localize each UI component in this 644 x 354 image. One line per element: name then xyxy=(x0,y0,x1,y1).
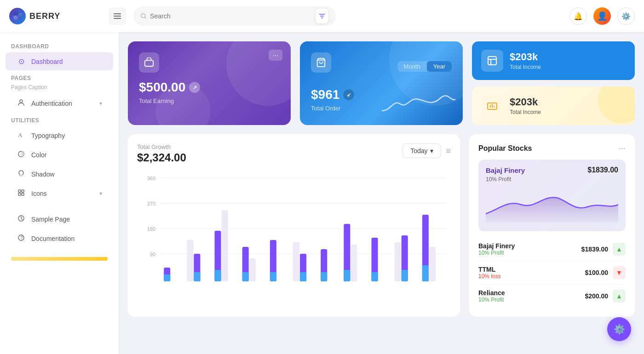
top-cards-row: ··· $500.00 ↗ Total Earning Month Year xyxy=(128,41,635,125)
featured-price: $1839.00 xyxy=(587,166,618,174)
pages-caption: Pages Caption xyxy=(0,83,119,93)
icons-icon xyxy=(17,189,26,198)
stock-trend-badge: ▲ xyxy=(613,243,626,256)
order-wave-chart xyxy=(382,90,455,118)
stock-name: TTML xyxy=(478,266,501,273)
earning-amount: $500.00 ↗ xyxy=(139,80,280,95)
featured-stock: Bajaj Finery $1839.00 10% Profit xyxy=(478,160,626,231)
svg-rect-0 xyxy=(114,13,121,14)
svg-rect-2 xyxy=(114,18,121,19)
svg-rect-41 xyxy=(187,240,193,281)
svg-rect-14 xyxy=(22,190,24,192)
order-trend-icon: ↙ xyxy=(343,89,354,100)
sidebar-item-documentation[interactable]: ? Documentation xyxy=(6,229,113,248)
notification-button[interactable]: 🔔 xyxy=(569,7,587,25)
svg-rect-56 xyxy=(321,272,327,281)
svg-rect-49 xyxy=(249,258,256,281)
topnav: 🫐 BERRY 🔔 👤 ⚙️ xyxy=(0,0,644,32)
today-label: Today xyxy=(410,147,427,154)
svg-rect-58 xyxy=(344,270,350,281)
stock-percent: 10% Profit xyxy=(478,297,505,303)
svg-rect-29 xyxy=(492,104,493,108)
stock-price: $100.00 xyxy=(585,269,608,276)
sidebar-item-sample-page[interactable]: Sample Page xyxy=(6,210,113,228)
income2-label: Total Income xyxy=(510,109,541,115)
svg-rect-62 xyxy=(395,242,401,281)
icons-label: Icons xyxy=(31,190,46,197)
sidebar-item-shadow[interactable]: Shadow xyxy=(6,165,113,183)
stock-price: $1839.00 xyxy=(581,246,608,253)
logo-area: 🫐 BERRY xyxy=(9,8,101,24)
typography-label: Typography xyxy=(31,132,65,139)
sidebar-item-typography[interactable]: A Typography xyxy=(6,126,113,145)
shadow-label: Shadow xyxy=(31,171,55,178)
svg-text:270: 270 xyxy=(147,201,155,206)
stock-list-item: Bajaj Finery 10% Profit $1839.00 ▲ xyxy=(478,238,626,261)
svg-rect-13 xyxy=(18,190,21,192)
sidebar-item-dashboard[interactable]: ⊙ Dashboard xyxy=(6,52,113,70)
svg-rect-22 xyxy=(145,60,153,66)
stock-trend-badge: ▼ xyxy=(613,266,626,279)
svg-text:?: ? xyxy=(20,235,23,240)
chart-header: Total Growth $2,324.00 Today ▾ ≡ xyxy=(137,143,451,164)
stocks-header: Popular Stocks ··· xyxy=(478,143,626,153)
svg-rect-51 xyxy=(270,272,276,281)
dashboard-icon: ⊙ xyxy=(17,57,26,66)
fab-button[interactable]: ⚙️ xyxy=(607,317,631,341)
svg-text:90: 90 xyxy=(150,251,155,257)
svg-rect-59 xyxy=(351,245,357,281)
search-icon xyxy=(141,13,146,19)
settings-button[interactable]: ⚙️ xyxy=(617,7,635,25)
avatar-button[interactable]: 👤 xyxy=(593,7,611,25)
svg-rect-1 xyxy=(114,16,121,17)
today-filter-button[interactable]: Today ▾ xyxy=(402,143,441,158)
income1-icon xyxy=(481,50,503,72)
sidebar-item-icons[interactable]: Icons ▾ xyxy=(6,184,113,203)
stock-name: Bajaj Finery xyxy=(478,242,515,250)
search-input[interactable] xyxy=(150,12,312,20)
documentation-icon: ? xyxy=(17,234,26,243)
stocks-more-button[interactable]: ··· xyxy=(619,143,626,153)
earning-more-button[interactable]: ··· xyxy=(269,50,282,61)
svg-rect-40 xyxy=(164,274,170,281)
featured-stock-chart xyxy=(486,186,618,223)
income1-text: $203k Total Income xyxy=(510,51,541,70)
bar-chart-area: 360 270 180 90 xyxy=(137,169,451,288)
dashboard-section-label: Dashboard xyxy=(0,40,119,51)
income1-label: Total Income xyxy=(510,64,541,70)
color-icon xyxy=(17,150,26,160)
svg-rect-46 xyxy=(222,210,228,281)
chart-menu-button[interactable]: ≡ xyxy=(446,146,451,156)
order-card-icon xyxy=(311,52,331,73)
search-filter-button[interactable] xyxy=(316,9,328,23)
year-toggle-button[interactable]: Year xyxy=(427,61,452,72)
sidebar-item-color[interactable]: Color xyxy=(6,146,113,164)
order-card-top: Month Year xyxy=(311,52,452,80)
stock-price: $200.00 xyxy=(585,292,608,300)
right-cards: $203k Total Income $203k Total Income xyxy=(472,41,635,125)
svg-rect-15 xyxy=(18,193,21,195)
stock-list-item: TTML 10% loss $100.00 ▼ xyxy=(478,261,626,285)
sidebar-dashboard-label: Dashboard xyxy=(31,58,63,65)
svg-text:180: 180 xyxy=(147,226,155,232)
icons-chevron-icon: ▾ xyxy=(99,190,102,197)
svg-rect-52 xyxy=(293,242,299,281)
month-toggle-button[interactable]: Month xyxy=(397,61,427,72)
order-card: Month Year $961 ↙ Total Order xyxy=(300,41,463,125)
svg-rect-67 xyxy=(429,247,436,281)
featured-stock-top: Bajaj Finery $1839.00 xyxy=(486,166,618,174)
svg-rect-64 xyxy=(402,270,408,281)
search-box xyxy=(133,6,336,26)
earning-trend-icon: ↗ xyxy=(189,82,200,93)
earning-card: ··· $500.00 ↗ Total Earning xyxy=(128,41,291,125)
svg-rect-54 xyxy=(300,272,306,281)
svg-rect-16 xyxy=(22,193,24,195)
income2-icon xyxy=(481,95,503,117)
menu-button[interactable] xyxy=(109,7,126,25)
sidebar-item-authentication[interactable]: Authentication ▾ xyxy=(6,94,113,113)
earning-label: Total Earning xyxy=(139,97,280,104)
svg-rect-45 xyxy=(214,270,221,281)
stock-list: Bajaj Finery 10% Profit $1839.00 ▲ TTML … xyxy=(478,238,626,308)
sample-page-label: Sample Page xyxy=(31,216,70,223)
svg-rect-28 xyxy=(490,105,491,108)
